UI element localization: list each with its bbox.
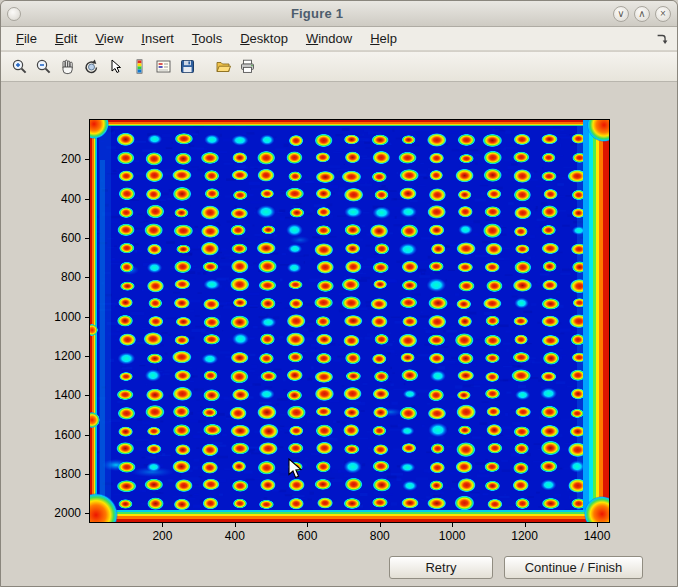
y-tick-label: 600 (61, 231, 81, 245)
legend-button[interactable] (151, 55, 175, 79)
zoom-out-icon (35, 58, 52, 75)
rotate-3d-icon (83, 58, 100, 75)
rotate-3d-button[interactable] (79, 55, 103, 79)
open-folder-icon (215, 58, 232, 75)
open-button[interactable] (211, 55, 235, 79)
close-button[interactable]: × (655, 6, 671, 22)
window-menu-icon[interactable] (7, 7, 21, 21)
print-button[interactable] (235, 55, 259, 79)
y-tick-mark (85, 435, 89, 436)
zoom-in-button[interactable] (7, 55, 31, 79)
y-tick-label: 1800 (54, 467, 81, 481)
x-tick-mark (380, 523, 381, 527)
y-tick-mark (85, 356, 89, 357)
continue-finish-button[interactable]: Continue / Finish (504, 556, 643, 579)
data-cursor-icon (107, 58, 124, 75)
x-tick-label: 400 (225, 529, 245, 543)
zoom-in-icon (11, 58, 28, 75)
data-cursor-button[interactable] (103, 55, 127, 79)
y-tick-mark (85, 159, 89, 160)
x-tick-mark (597, 523, 598, 527)
pan-hand-icon (59, 58, 76, 75)
x-tick-label: 1400 (584, 529, 611, 543)
window-title: Figure 1 (21, 6, 613, 21)
x-tick-label: 1200 (511, 529, 538, 543)
x-tick-label: 200 (152, 529, 172, 543)
x-tick-label: 1000 (439, 529, 466, 543)
menubar: File Edit View Insert Tools Desktop Wind… (1, 27, 677, 51)
save-button[interactable] (175, 55, 199, 79)
y-tick-label: 1400 (54, 388, 81, 402)
y-tick-label: 1200 (54, 349, 81, 363)
x-tick-label: 600 (297, 529, 317, 543)
save-floppy-icon (179, 58, 196, 75)
titlebar[interactable]: Figure 1 ∨ ∧ × (1, 1, 677, 27)
y-tick-mark (85, 238, 89, 239)
x-tick-mark (235, 523, 236, 527)
x-tick-mark (452, 523, 453, 527)
maximize-button[interactable]: ∧ (634, 6, 650, 22)
figure-window: Figure 1 ∨ ∧ × File Edit View Insert Too… (0, 0, 678, 587)
y-tick-mark (85, 317, 89, 318)
print-icon (239, 58, 256, 75)
menu-window[interactable]: Window (297, 28, 361, 49)
y-tick-label: 200 (61, 152, 81, 166)
y-tick-label: 1600 (54, 428, 81, 442)
pan-button[interactable] (55, 55, 79, 79)
dock-arrow-icon (655, 32, 669, 46)
figure-area: Retry Continue / Finish 2004006008001000… (1, 82, 677, 586)
x-tick-mark (162, 523, 163, 527)
menu-view[interactable]: View (86, 28, 132, 49)
colorbar-icon (131, 58, 148, 75)
colorbar-button[interactable] (127, 55, 151, 79)
zoom-out-button[interactable] (31, 55, 55, 79)
legend-icon (155, 58, 172, 75)
dock-figure-button[interactable] (653, 30, 671, 48)
menu-insert[interactable]: Insert (132, 28, 183, 49)
plot-canvas[interactable] (89, 119, 610, 523)
y-tick-mark (85, 474, 89, 475)
menu-file[interactable]: File (7, 28, 46, 49)
y-tick-mark (85, 395, 89, 396)
figure-toolbar (1, 52, 677, 82)
x-tick-mark (525, 523, 526, 527)
y-tick-mark (85, 199, 89, 200)
menu-help[interactable]: Help (361, 28, 406, 49)
menu-tools[interactable]: Tools (183, 28, 231, 49)
menu-desktop[interactable]: Desktop (231, 28, 297, 49)
retry-button[interactable]: Retry (389, 556, 493, 579)
y-tick-label: 2000 (54, 506, 81, 520)
y-tick-mark (85, 513, 89, 514)
y-tick-label: 400 (61, 192, 81, 206)
shade-button[interactable]: ∨ (613, 6, 629, 22)
menu-edit[interactable]: Edit (46, 28, 86, 49)
y-tick-label: 800 (61, 270, 81, 284)
y-tick-label: 1000 (54, 310, 81, 324)
x-tick-label: 800 (370, 529, 390, 543)
y-tick-mark (85, 277, 89, 278)
toolbar-separator (199, 52, 211, 81)
x-tick-mark (307, 523, 308, 527)
